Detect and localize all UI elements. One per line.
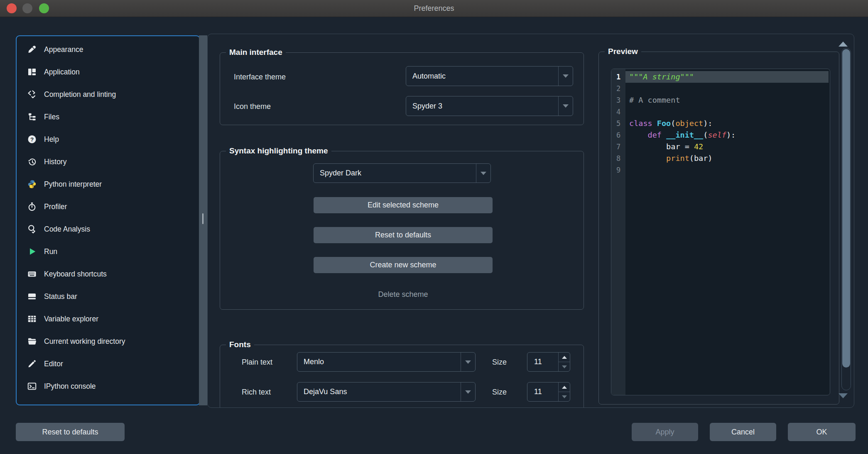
icon-theme-value: Spyder 3	[406, 102, 558, 111]
sidebar-item-application[interactable]: Application	[17, 61, 199, 83]
sidebar-item-history[interactable]: History	[17, 151, 199, 173]
layout-icon	[27, 67, 37, 77]
code-token-plain: (bar)	[689, 154, 713, 163]
code-line: 6 def __init__(self):	[611, 129, 830, 141]
cancel-button[interactable]: Cancel	[710, 423, 776, 441]
sidebar-item-label: Variable explorer	[44, 315, 98, 323]
plain-text-size-spinbox[interactable]: 11	[527, 352, 570, 372]
preview-group-title: Preview	[605, 46, 641, 57]
main-interface-group: Main interface Interface theme Automatic…	[220, 52, 584, 125]
sidebar-item-label: Python interpreter	[44, 180, 102, 189]
scheme-combobox[interactable]: Spyder Dark	[313, 163, 491, 183]
apply-button[interactable]: Apply	[632, 423, 698, 441]
code-line-content: def __init__(self):	[625, 129, 736, 141]
code-token-string: """A string"""	[629, 72, 694, 81]
sidebar-item-code-analysis[interactable]: Code Analysis	[17, 218, 199, 240]
line-number: 6	[611, 129, 625, 141]
sidebar-item-appearance[interactable]: Appearance	[17, 38, 199, 61]
rich-text-size-down-button[interactable]	[559, 392, 570, 401]
code-token-defname: Foo	[657, 119, 671, 128]
pencil-icon	[27, 358, 37, 369]
sidebar-item-help[interactable]: ?Help	[17, 128, 199, 151]
sidebar-item-current-working-directory[interactable]: Current working directory	[17, 330, 199, 353]
sidebar-item-ipython-console[interactable]: IPython console	[17, 375, 199, 397]
sidebar-item-keyboard-shortcuts[interactable]: Keyboard shortcuts	[17, 263, 199, 285]
plain-text-size-up-button[interactable]	[559, 353, 570, 362]
line-number: 3	[611, 94, 625, 106]
code-token-plain: ):	[703, 119, 712, 128]
window-title: Preferences	[0, 0, 868, 17]
create-scheme-button[interactable]: Create new scheme	[314, 257, 493, 273]
code-token-defname: __init__	[666, 131, 703, 139]
chevron-down-icon	[563, 104, 569, 108]
vertical-scrollbar-handle[interactable]	[842, 49, 850, 368]
rich-text-size-label: Size	[492, 387, 507, 397]
code-token-builtin: object	[675, 119, 703, 128]
sidebar-item-label: Code Analysis	[44, 225, 90, 234]
plain-text-size-down-button[interactable]	[559, 362, 570, 371]
syntax-theme-group-title: Syntax highlighting theme	[226, 146, 331, 156]
run-icon	[27, 246, 37, 257]
sidebar-item-variable-explorer[interactable]: Variable explorer	[17, 308, 199, 330]
code-line: 8 print(bar)	[611, 153, 830, 164]
code-token-builtin: print	[666, 154, 689, 163]
code-token-plain: (	[703, 131, 708, 139]
sidebar-item-label: Help	[44, 135, 59, 144]
icon-theme-dropdown-arrow[interactable]	[558, 96, 573, 116]
code-line-content: print(bar)	[625, 153, 713, 164]
sidebar-item-completion-and-linting[interactable]: Completion and linting	[17, 83, 199, 106]
plain-text-size-label: Size	[492, 357, 507, 367]
sidebar-item-label: Keyboard shortcuts	[44, 270, 107, 279]
code-token-number: 42	[694, 142, 703, 151]
edit-scheme-button[interactable]: Edit selected scheme	[314, 197, 493, 213]
plain-text-font-dropdown-arrow[interactable]	[461, 353, 475, 371]
sidebar-item-status-bar[interactable]: Status bar	[17, 285, 199, 308]
code-line-content: # A comment	[625, 94, 680, 106]
rich-text-size-value: 11	[527, 382, 558, 401]
scheme-dropdown-arrow[interactable]	[476, 164, 490, 183]
ok-button[interactable]: OK	[788, 423, 856, 441]
tree-icon	[27, 111, 37, 122]
code-line-content: bar = 42	[625, 141, 703, 153]
plain-text-font-value: Menlo	[297, 358, 461, 366]
code-preview-editor: 1"""A string"""23# A comment45class Foo(…	[611, 69, 830, 395]
interface-theme-combobox[interactable]: Automatic	[406, 66, 573, 86]
plain-text-font-combobox[interactable]: Menlo	[297, 352, 476, 372]
code-check-icon	[27, 89, 37, 100]
code-line-content	[625, 83, 629, 94]
reset-scheme-button[interactable]: Reset to defaults	[314, 227, 493, 243]
code-token-plain: bar =	[629, 142, 694, 151]
chevron-down-icon	[465, 360, 471, 364]
scrollbar-up-arrow[interactable]	[839, 42, 848, 47]
icon-theme-combobox[interactable]: Spyder 3	[406, 96, 573, 116]
sidebar-item-label: History	[44, 158, 66, 166]
chevron-down-icon	[481, 172, 486, 175]
terminal-icon	[27, 381, 37, 392]
rich-text-font-dropdown-arrow[interactable]	[461, 382, 475, 401]
python-icon	[27, 179, 37, 190]
sidebar-item-label: Profiler	[44, 202, 67, 211]
code-token-keyword: def	[648, 131, 667, 139]
splitter-handle[interactable]	[199, 35, 207, 405]
sidebar-item-profiler[interactable]: Profiler	[17, 195, 199, 218]
chevron-down-icon	[465, 390, 471, 394]
plain-text-size-value: 11	[527, 353, 558, 371]
rich-text-font-value: DejaVu Sans	[297, 387, 461, 396]
line-number: 7	[611, 141, 625, 153]
sidebar-item-label: Completion and linting	[44, 90, 116, 99]
sidebar-item-run[interactable]: Run	[17, 240, 199, 263]
rich-text-font-combobox[interactable]: DejaVu Sans	[297, 382, 476, 402]
interface-theme-label: Interface theme	[234, 72, 286, 82]
line-number: 5	[611, 118, 625, 129]
sidebar-item-files[interactable]: Files	[17, 106, 199, 128]
rich-text-size-up-button[interactable]	[559, 382, 570, 392]
sidebar-item-python-interpreter[interactable]: Python interpreter	[17, 173, 199, 195]
interface-theme-dropdown-arrow[interactable]	[558, 67, 573, 86]
reset-to-defaults-button[interactable]: Reset to defaults	[16, 423, 125, 441]
rich-text-size-spinbox[interactable]: 11	[527, 382, 570, 402]
sidebar-item-label: IPython console	[44, 382, 96, 391]
sidebar-item-editor[interactable]: Editor	[17, 353, 199, 375]
delete-scheme-button[interactable]: Delete scheme	[314, 290, 493, 299]
scrollbar-down-arrow[interactable]	[839, 393, 848, 398]
sidebar-item-label: Status bar	[44, 292, 77, 301]
